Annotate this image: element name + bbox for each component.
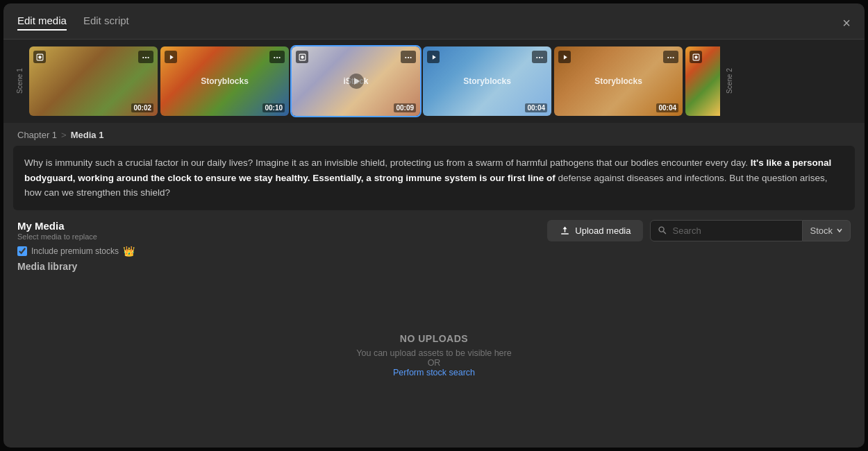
modal-tabs: Edit media Edit script bbox=[17, 15, 129, 31]
breadcrumb-chapter: Chapter 1 bbox=[17, 130, 57, 140]
clip-6-badge bbox=[690, 51, 702, 63]
svg-point-9 bbox=[660, 227, 665, 232]
clip-5-inner: ··· Storyblocks 00:04 bbox=[554, 46, 683, 116]
upload-button-label: Upload media bbox=[575, 226, 631, 236]
my-media-section: My Media Select media to replace Upload … bbox=[3, 217, 865, 257]
edit-media-modal: Edit media Edit script × Scene 1 ··· 00:… bbox=[3, 3, 865, 448]
scene-2-label: Scene 2 bbox=[723, 46, 736, 116]
search-icon bbox=[658, 226, 667, 235]
modal-header: Edit media Edit script × bbox=[3, 3, 865, 40]
svg-marker-6 bbox=[563, 55, 567, 60]
clip-1-menu[interactable]: ··· bbox=[138, 51, 153, 63]
clip-3-play bbox=[349, 74, 364, 89]
clip-6-inner bbox=[685, 46, 720, 116]
clip-3-time: 00:09 bbox=[394, 103, 416, 112]
svg-point-7 bbox=[694, 56, 697, 58]
script-text: Why is immunity such a crucial factor in… bbox=[13, 146, 855, 210]
tab-edit-media[interactable]: Edit media bbox=[17, 15, 67, 31]
chevron-down-icon bbox=[836, 227, 843, 234]
premium-checkbox[interactable] bbox=[17, 246, 27, 256]
stock-dropdown[interactable]: Stock bbox=[803, 220, 851, 241]
my-media-header: My Media Select media to replace Upload … bbox=[17, 220, 851, 241]
premium-checkbox-row: Include premium stocks 👑 bbox=[17, 246, 851, 257]
close-button[interactable]: × bbox=[842, 16, 851, 30]
clip-4-inner: ··· Storyblocks 00:04 bbox=[423, 46, 551, 116]
clip-3-badge bbox=[296, 51, 308, 63]
stock-label: Stock bbox=[810, 226, 833, 236]
breadcrumb-media: Media 1 bbox=[71, 130, 104, 140]
clip-1[interactable]: ··· 00:02 bbox=[29, 46, 158, 116]
my-media-title: My Media bbox=[17, 220, 97, 232]
clip-1-inner: ··· 00:02 bbox=[29, 46, 158, 116]
premium-label: Include premium stocks bbox=[31, 246, 119, 256]
breadcrumb: Chapter 1 > Media 1 bbox=[17, 130, 851, 140]
clip-5-label: Storyblocks bbox=[594, 76, 642, 86]
my-media-controls: Upload media Stock bbox=[547, 220, 851, 241]
scene-1-label: Scene 1 bbox=[13, 46, 26, 116]
search-group: Stock bbox=[650, 220, 851, 241]
upload-media-button[interactable]: Upload media bbox=[547, 220, 643, 241]
clip-6-partial bbox=[685, 46, 720, 116]
clip-3-menu[interactable]: ··· bbox=[401, 51, 416, 63]
clip-4[interactable]: ··· Storyblocks 00:04 bbox=[423, 46, 551, 116]
clip-5[interactable]: ··· Storyblocks 00:04 bbox=[554, 46, 683, 116]
clip-3-inner: ··· iStock 00:09 bbox=[292, 46, 420, 116]
media-library-section: Media library NO UPLOADS You can upload … bbox=[3, 257, 865, 448]
media-library-title: Media library bbox=[17, 261, 851, 272]
empty-line1: You can upload assets to be visible here bbox=[356, 348, 511, 358]
clip-4-badge bbox=[427, 51, 440, 63]
svg-line-10 bbox=[664, 232, 667, 235]
svg-marker-5 bbox=[432, 55, 435, 60]
clip-1-time: 00:02 bbox=[131, 103, 153, 112]
clip-2-menu[interactable]: ··· bbox=[269, 51, 285, 63]
svg-point-0 bbox=[38, 56, 41, 58]
empty-uploads: NO UPLOADS You can upload assets to be v… bbox=[17, 278, 851, 448]
timeline-strip: Scene 1 ··· 00:02 ··· Stor bbox=[3, 40, 865, 123]
search-container[interactable] bbox=[650, 220, 803, 241]
breadcrumb-sep: > bbox=[61, 130, 67, 140]
no-uploads-title: NO UPLOADS bbox=[400, 333, 468, 344]
clip-2-label: Storyblocks bbox=[201, 76, 249, 86]
empty-or: OR bbox=[428, 358, 441, 368]
script-normal: Why is immunity such a crucial factor in… bbox=[24, 158, 748, 168]
clip-2[interactable]: ··· Storyblocks 00:10 bbox=[160, 46, 289, 116]
clip-1-badge bbox=[33, 51, 46, 63]
my-media-title-group: My Media Select media to replace bbox=[17, 220, 97, 241]
search-input[interactable] bbox=[672, 226, 795, 236]
breadcrumb-area: Chapter 1 > Media 1 bbox=[3, 123, 865, 146]
clip-4-menu[interactable]: ··· bbox=[532, 51, 547, 63]
svg-point-3 bbox=[301, 56, 303, 58]
upload-icon bbox=[560, 226, 570, 236]
clip-4-time: 00:04 bbox=[525, 103, 547, 112]
clip-2-badge bbox=[165, 51, 177, 63]
clip-5-time: 00:04 bbox=[656, 103, 678, 112]
clip-5-menu[interactable]: ··· bbox=[663, 51, 678, 63]
my-media-subtitle: Select media to replace bbox=[17, 232, 97, 241]
modal-overlay: Edit media Edit script × Scene 1 ··· 00:… bbox=[0, 0, 868, 451]
clip-5-badge bbox=[558, 51, 571, 63]
tab-edit-script[interactable]: Edit script bbox=[83, 15, 129, 31]
clip-3[interactable]: ··· iStock 00:09 bbox=[292, 46, 420, 116]
clip-4-label: Storyblocks bbox=[463, 76, 511, 86]
clip-2-inner: ··· Storyblocks 00:10 bbox=[160, 46, 289, 116]
crown-icon: 👑 bbox=[123, 246, 135, 257]
clip-2-time: 00:10 bbox=[262, 103, 285, 112]
perform-stock-search-link[interactable]: Perform stock search bbox=[393, 368, 475, 377]
svg-marker-2 bbox=[169, 55, 173, 60]
